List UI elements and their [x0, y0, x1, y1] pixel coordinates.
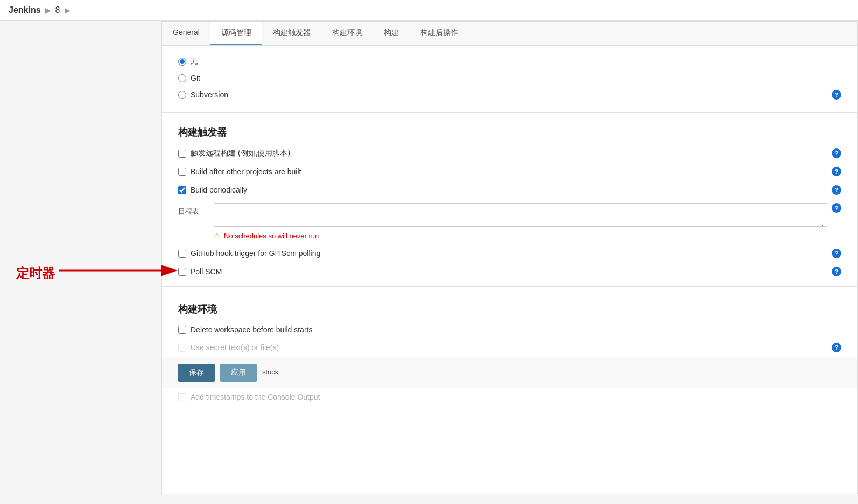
checkbox-poll-scm[interactable]	[178, 268, 186, 276]
buttons-bar: 保存 应用 stuck	[162, 357, 857, 388]
left-sidebar	[0, 21, 161, 494]
breadcrumb-number[interactable]: 8	[55, 5, 60, 15]
checkbox-remote[interactable]	[178, 150, 186, 158]
save-button[interactable]: 保存	[178, 364, 215, 382]
scm-option-svn: Subversion ?	[178, 90, 841, 100]
help-icon-schedule[interactable]: ?	[832, 203, 841, 213]
tab-bar: General 源码管理 构建触发器 构建环境 构建 构建后操作	[162, 22, 857, 46]
scm-label-svn: Subversion	[191, 90, 228, 99]
build-env-title: 构建环境	[162, 292, 857, 321]
checkbox-label-poll-scm: Poll SCM	[191, 267, 222, 276]
checkbox-label-after-other: Build after other projects are built	[191, 167, 301, 176]
tab-general[interactable]: General	[162, 22, 210, 45]
tab-build[interactable]: 构建	[373, 22, 410, 45]
checkbox-label-periodic: Build periodically	[191, 186, 247, 194]
checkbox-row-remote: 触发远程构建 (例如,使用脚本) ?	[162, 144, 857, 162]
warning-icon: ⚠	[214, 231, 221, 240]
scm-radio-group: 无 Git Subversion ?	[162, 46, 857, 110]
scm-label-git: Git	[191, 74, 200, 82]
scm-help-icon[interactable]: ?	[832, 90, 841, 100]
checkbox-label-github-hook: GitHub hook trigger for GITScm polling	[191, 249, 320, 258]
no-schedule-warning: ⚠ No schedules so will never run	[214, 229, 827, 240]
schedule-input-wrapper: ⚠ No schedules so will never run ?	[214, 203, 841, 240]
breadcrumb-separator1: ▶	[45, 6, 51, 15]
scm-radio-svn[interactable]	[178, 91, 186, 99]
checkbox-row-delete-ws: Delete workspace before build starts	[162, 321, 857, 338]
help-icon-github-hook[interactable]: ?	[832, 249, 841, 258]
checkbox-label-secret: Use secret text(s) or file(s)	[191, 343, 279, 352]
tab-post[interactable]: 构建后操作	[410, 22, 469, 45]
schedule-textarea[interactable]	[214, 203, 827, 227]
tab-source[interactable]: 源码管理	[210, 22, 262, 45]
checkbox-row-poll-scm: Poll SCM ?	[162, 262, 857, 281]
jenkins-title[interactable]: Jenkins	[9, 5, 41, 15]
content-panel: General 源码管理 构建触发器 构建环境 构建 构建后操作 无 Git	[161, 21, 858, 494]
help-icon-poll-scm[interactable]: ?	[832, 267, 841, 276]
help-icon-secret[interactable]: ?	[832, 343, 841, 352]
build-trigger-title: 构建触发器	[162, 115, 857, 144]
checkbox-after-other[interactable]	[178, 168, 186, 176]
scm-radio-git[interactable]	[178, 74, 186, 82]
checkbox-row-timestamps: Add timestamps to the Console Output	[162, 388, 857, 406]
checkbox-delete-ws[interactable]	[178, 326, 186, 334]
scm-label-none: 无	[191, 56, 198, 66]
checkbox-timestamps	[178, 393, 186, 401]
tab-env[interactable]: 构建环境	[321, 22, 373, 45]
help-icon-after-other[interactable]: ?	[832, 167, 841, 176]
help-icon-periodic[interactable]: ?	[832, 185, 841, 195]
checkbox-label-timestamps: Add timestamps to the Console Output	[191, 393, 320, 401]
help-icon-remote[interactable]: ?	[832, 148, 841, 158]
annotation-label: 定时器	[16, 265, 55, 282]
checkbox-label-remote: 触发远程构建 (例如,使用脚本)	[191, 148, 290, 158]
scm-option-none: 无	[178, 56, 841, 66]
scm-radio-none[interactable]	[178, 58, 186, 66]
checkbox-row-periodic: Build periodically ?	[162, 181, 857, 199]
checkbox-row-secret: Use secret text(s) or file(s) ?	[162, 338, 857, 357]
checkbox-secret	[178, 344, 186, 352]
checkbox-github-hook[interactable]	[178, 250, 186, 258]
no-schedule-text: No schedules so will never run	[224, 232, 319, 240]
checkbox-periodic[interactable]	[178, 186, 186, 194]
apply-button[interactable]: 应用	[220, 364, 257, 382]
checkbox-label-delete-ws: Delete workspace before build starts	[191, 325, 312, 334]
schedule-label: 日程表	[178, 203, 205, 216]
schedule-row: 日程表 ⚠ No schedules so will never run ?	[162, 199, 857, 244]
breadcrumb: Jenkins ▶ 8 ▶	[0, 0, 858, 21]
tab-trigger[interactable]: 构建触发器	[262, 22, 321, 45]
breadcrumb-chevron: ▶	[65, 6, 71, 15]
scm-option-git: Git	[178, 74, 841, 82]
checkbox-row-github-hook: GitHub hook trigger for GITScm polling ?	[162, 244, 857, 262]
checkbox-row-after-other: Build after other projects are built ?	[162, 162, 857, 181]
stuck-text: stuck	[262, 364, 278, 382]
